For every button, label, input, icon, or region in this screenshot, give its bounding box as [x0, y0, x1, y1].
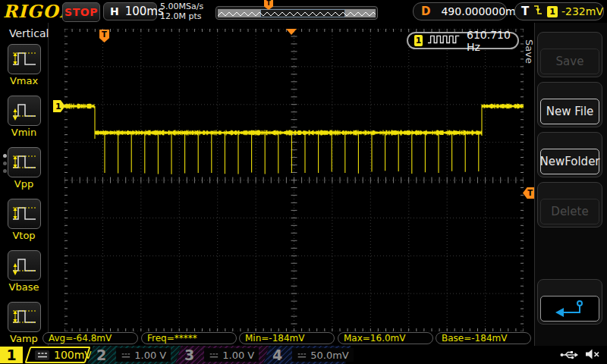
trigger-label: T: [521, 5, 529, 18]
measure-sidebar-title: Vertical: [9, 27, 49, 39]
system-status-icons: [560, 348, 601, 363]
square-wave-icon: [427, 33, 462, 48]
memory-depth: 12.0M pts: [160, 11, 203, 21]
frequency-value: 610.710 Hz: [467, 29, 511, 53]
timebase-value: 100ms: [125, 5, 164, 18]
measurement-base: Base=-184mV: [436, 332, 531, 344]
vamp-icon: [11, 304, 38, 330]
dc-coupling-icon: [121, 348, 131, 362]
memory-waveform-preview: [218, 9, 376, 17]
vmax-button[interactable]: [8, 44, 41, 74]
vamp-label: Vamp: [0, 333, 48, 344]
channel4-badge: 4: [272, 347, 282, 363]
back-button[interactable]: [537, 279, 602, 325]
channel3-status[interactable]: 3 1.00 V: [175, 346, 269, 364]
vmax-icon: [11, 46, 38, 72]
vamp-button[interactable]: [8, 302, 41, 332]
channel3-badge: 3: [184, 347, 194, 363]
horizontal-label: H: [110, 5, 119, 17]
freq-counter-channel-badge: 1: [414, 35, 423, 46]
return-arrow-icon: [540, 296, 599, 322]
vbase-label: Vbase: [0, 281, 48, 293]
new-folder-button[interactable]: NewFolder: [537, 132, 602, 177]
channel1-scale: 100mV: [54, 349, 92, 361]
channel3-scale: 1.00 V: [222, 350, 254, 361]
save-button[interactable]: Save: [537, 32, 602, 77]
channel2-scale: 1.00 V: [134, 350, 166, 361]
vtop-button[interactable]: [8, 199, 41, 229]
usb-icon: [560, 349, 578, 363]
new-folder-button-label: NewFolder: [540, 149, 599, 174]
measurement-freq: Freq=*****: [141, 332, 237, 344]
channel4-status[interactable]: 4 50.0mV: [263, 346, 351, 364]
memory-position-bar[interactable]: [215, 6, 378, 20]
scroll-dot: [3, 162, 7, 165]
trigger-readout: T 1 -232mV: [514, 2, 604, 20]
new-file-button-label: New File: [540, 99, 599, 124]
save-button-label: Save: [540, 49, 599, 74]
horizontal-timebase-box: H 100ms: [103, 2, 157, 20]
measurement-min: Min=-184mV: [239, 332, 335, 344]
dc-coupling-icon: [297, 348, 307, 362]
vbase-button[interactable]: [8, 250, 41, 281]
dc-coupling-icon: [209, 348, 219, 362]
scroll-dot: [3, 169, 7, 173]
vtop-icon: [11, 201, 38, 227]
dc-coupling-icon: [35, 350, 49, 360]
measurement-max: Max=16.0mV: [338, 332, 433, 344]
delay-label: D: [421, 5, 430, 18]
vtop-label: Vtop: [0, 230, 48, 241]
delay-readout: D 490.000000ms: [413, 2, 507, 20]
scroll-dot-active: [3, 154, 7, 158]
trigger-level-marker[interactable]: T: [523, 187, 534, 199]
vmax-label: Vmax: [0, 75, 48, 86]
channel4-scale: 50.0mV: [310, 350, 349, 361]
vpp-icon: [11, 149, 38, 175]
vpp-button[interactable]: [8, 147, 41, 177]
channel2-badge: 2: [96, 347, 106, 363]
vpp-label: Vpp: [0, 178, 48, 190]
delay-value: 490.000000ms: [441, 5, 521, 17]
channel2-status[interactable]: 2 1.00 V: [87, 346, 181, 364]
vbase-icon: [11, 253, 38, 278]
channel1-badge[interactable]: 1: [0, 347, 23, 363]
frequency-counter: 1 610.710 Hz: [407, 32, 519, 49]
new-file-button[interactable]: New File: [537, 82, 602, 127]
trigger-level-value: -232mV: [561, 5, 603, 17]
sample-rate: 5.00MSa/s: [160, 2, 203, 11]
delete-button-label: Delete: [540, 199, 599, 224]
acquisition-info: 5.00MSa/s 12.0M pts: [160, 2, 203, 21]
channel1-status[interactable]: 100mV: [24, 347, 90, 363]
vmin-button[interactable]: [8, 96, 41, 126]
channel1-position-marker[interactable]: 1: [53, 100, 65, 112]
menu-tab-save: Save: [524, 39, 535, 64]
vmin-icon: [11, 98, 38, 124]
oscilloscope-screen: RIGOL STOP H 100ms 5.00MSa/s 12.0M pts T…: [0, 0, 607, 364]
measurement-avg: Avg=-64.8mV: [42, 332, 138, 344]
run-state-indicator: STOP: [62, 2, 100, 22]
vmin-label: Vmin: [0, 127, 48, 138]
delete-button[interactable]: Delete: [537, 182, 602, 228]
falling-edge-icon: [533, 3, 543, 20]
trigger-source-badge: 1: [547, 6, 558, 17]
memory-bar-track: [218, 9, 376, 17]
speaker-muted-icon: [584, 348, 601, 363]
waveform-display: [64, 29, 524, 331]
